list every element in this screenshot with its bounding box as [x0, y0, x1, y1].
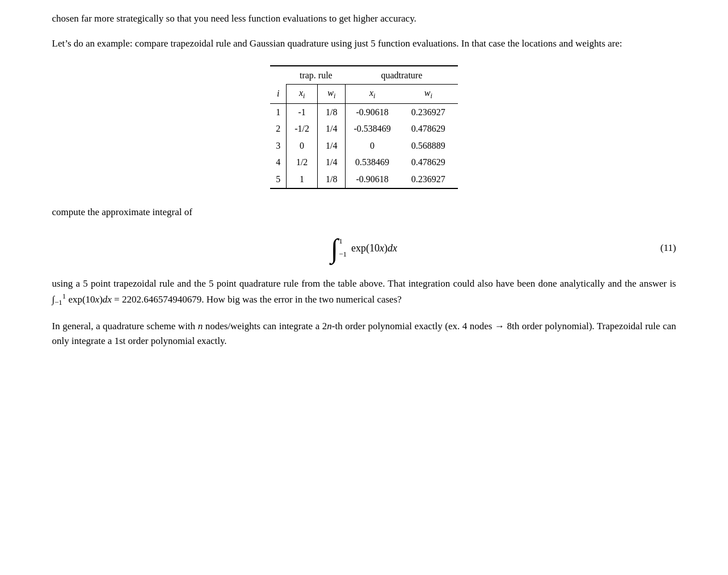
table-row-i: 3	[270, 137, 287, 154]
page-content: chosen far more strategically so that yo…	[52, 11, 676, 349]
compute-paragraph: compute the approximate integral of	[52, 205, 676, 220]
table-row-quad-w: 0.568889	[399, 137, 458, 154]
col-trap-x-header: xi	[287, 85, 318, 103]
intro-paragraph: chosen far more strategically so that yo…	[52, 11, 676, 26]
table-row-quad-x: 0	[346, 137, 399, 154]
comparison-table: trap. rule quadtrature i xi wi xi wi 1 -…	[270, 65, 458, 189]
integral-symbol: ∫	[331, 236, 338, 261]
post-equation-paragraph: using a 5 point trapezoidal rule and the…	[52, 276, 676, 309]
table-row-trap-x: 0	[287, 137, 318, 154]
table-row-i: 4	[270, 154, 287, 171]
table-row-i: 5	[270, 171, 287, 188]
example-paragraph: Let’s do an example: compare trapezoidal…	[52, 36, 676, 51]
table-row-i: 1	[270, 103, 287, 120]
col-quad-x-header: xi	[346, 85, 399, 103]
table-row-trap-w: 1/4	[318, 154, 346, 171]
table-body: 1 -1 1/8 -0.90618 0.236927 2 -1/2 1/4 -0…	[270, 103, 458, 188]
table-row-quad-x: -0.90618	[346, 171, 399, 188]
col-trap-w-header: wi	[318, 85, 346, 103]
trap-rule-header: trap. rule	[287, 66, 346, 85]
table-row-trap-x: -1/2	[287, 120, 318, 137]
table-row-trap-w: 1/8	[318, 103, 346, 120]
lower-limit: −1	[339, 249, 347, 261]
table-row-quad-w: 0.478629	[399, 154, 458, 171]
equation-number: (11)	[660, 240, 676, 255]
integral-group: ∫ 1 −1	[331, 236, 347, 261]
integral-limits: 1 −1	[339, 236, 347, 261]
equation-content: ∫ 1 −1 exp(10x)dx	[331, 236, 397, 261]
table-row-quad-x: -0.538469	[346, 120, 399, 137]
upper-limit: 1	[339, 236, 343, 247]
table-row-quad-x: -0.90618	[346, 103, 399, 120]
general-paragraph: In general, a quadrature scheme with n n…	[52, 319, 676, 349]
table-row-trap-x: -1	[287, 103, 318, 120]
table-container: trap. rule quadtrature i xi wi xi wi 1 -…	[52, 65, 676, 189]
table-row-quad-x: 0.538469	[346, 154, 399, 171]
table-row-trap-x: 1/2	[287, 154, 318, 171]
table-row-trap-w: 1/4	[318, 120, 346, 137]
table-row-quad-w: 0.236927	[399, 171, 458, 188]
table-row-trap-w: 1/8	[318, 171, 346, 188]
col-quad-w-header: wi	[399, 85, 458, 103]
math-equation: ∫ 1 −1 exp(10x)dx (11)	[52, 236, 676, 261]
table-row-trap-w: 1/4	[318, 137, 346, 154]
table-row-quad-w: 0.478629	[399, 120, 458, 137]
quadrature-header: quadtrature	[346, 66, 458, 85]
table-row-i: 2	[270, 120, 287, 137]
col-i-header: i	[270, 85, 287, 103]
equation-body: exp(10x)dx	[351, 240, 397, 257]
table-row-quad-w: 0.236927	[399, 103, 458, 120]
table-row-trap-x: 1	[287, 171, 318, 188]
